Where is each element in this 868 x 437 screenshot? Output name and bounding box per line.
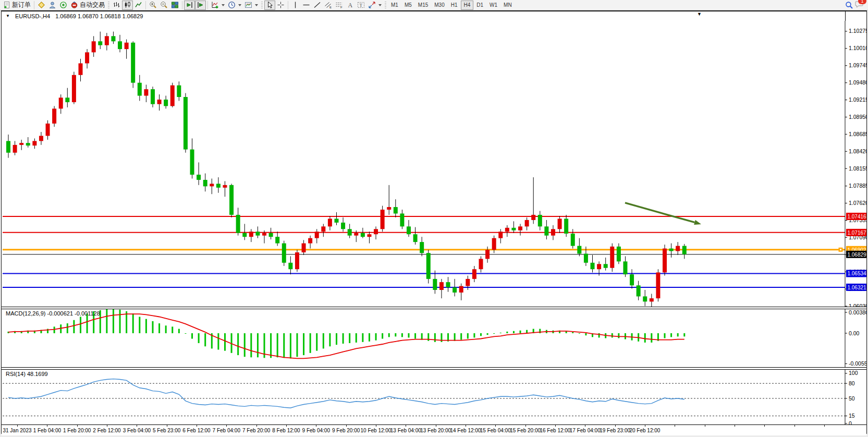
zoom-out-button[interactable] [158, 1, 169, 10]
timeframe-button-M1[interactable]: M1 [388, 1, 401, 10]
time-tick [137, 425, 137, 427]
vertical-line-icon [291, 1, 299, 9]
profile-button[interactable] [47, 1, 58, 10]
new-order-icon [3, 1, 10, 9]
time-label: 13 Feb 04:00 [390, 428, 421, 433]
chart-header: ▼ EURUSD-,H4 1.06869 1.06870 1.06818 1.0… [2, 11, 866, 21]
time-tick [824, 425, 825, 427]
toolbar-separator [288, 1, 288, 9]
chevron-down-icon [238, 4, 241, 6]
new-order-button[interactable]: 新订单 [1, 1, 32, 10]
trendline-button[interactable] [312, 1, 323, 10]
time-label: 15 Feb 04:00 [480, 428, 511, 433]
new-order-label: 新订单 [12, 1, 31, 9]
svg-text:1.09480: 1.09480 [849, 79, 866, 86]
time-tick [316, 425, 316, 427]
chart-shift-marker-icon[interactable]: ▼ [697, 12, 702, 17]
toolbar-drag-handle[interactable] [108, 2, 109, 9]
rsi-canvas: 1008050150 [2, 370, 866, 424]
time-axis[interactable]: 31 Jan 20231 Feb 04:001 Feb 20:002 Feb 1… [2, 424, 866, 435]
svg-text:1.08420: 1.08420 [849, 148, 866, 154]
time-tick [47, 425, 47, 427]
chevron-down-icon [222, 4, 225, 6]
svg-text:1.08155: 1.08155 [849, 165, 866, 172]
time-tick [525, 425, 526, 427]
indicators-button[interactable] [210, 1, 226, 10]
time-tick [107, 425, 107, 427]
time-tick [286, 425, 287, 427]
trend-arrow-annotation[interactable] [625, 203, 701, 225]
zoom-in-button[interactable] [148, 1, 158, 10]
text-label-button[interactable]: T [356, 1, 366, 10]
text-button[interactable]: A [345, 1, 356, 10]
tile-windows-icon [171, 1, 179, 9]
collapse-caret-icon[interactable]: ▼ [6, 14, 10, 18]
cursor-button[interactable] [264, 1, 275, 10]
metaeditor-button[interactable] [36, 1, 47, 10]
text-label-icon: T [357, 1, 365, 9]
svg-text:1.07620: 1.07620 [849, 200, 866, 206]
svg-text:1.09215: 1.09215 [849, 96, 866, 103]
svg-text:0: 0 [849, 420, 852, 424]
time-tick [167, 425, 167, 427]
chart-shift-icon [197, 1, 204, 9]
cursor-icon [266, 1, 274, 9]
timeframe-button-MN[interactable]: MN [500, 1, 515, 10]
timeframe-button-W1[interactable]: W1 [486, 1, 500, 10]
time-tick [794, 425, 795, 427]
time-label: 16 Feb 12:00 [540, 428, 570, 433]
svg-text:1.06030: 1.06030 [849, 303, 866, 307]
time-tick [346, 425, 347, 427]
time-tick [735, 425, 735, 427]
time-label: 7 Feb 20:00 [242, 428, 270, 433]
time-tick [466, 425, 466, 427]
search-button[interactable] [843, 1, 855, 10]
arrows-button[interactable] [366, 1, 383, 10]
time-label: 3 Feb 04:00 [123, 428, 151, 433]
crosshair-button[interactable] [275, 1, 286, 10]
fibonacci-button[interactable]: F [334, 1, 345, 10]
svg-text:F: F [340, 6, 343, 9]
svg-text:1.10275: 1.10275 [849, 28, 866, 34]
autotrade-button[interactable]: 自动交易 [69, 1, 106, 10]
toolbar-drag-handle[interactable] [261, 2, 263, 9]
svg-text:1.06321: 1.06321 [847, 285, 866, 290]
toolbar-drag-handle[interactable] [385, 2, 386, 9]
line-chart-button[interactable] [133, 1, 144, 10]
candlestick-chart-icon [124, 1, 131, 9]
rsi-level-lines [3, 383, 845, 416]
timeframe-button-M5[interactable]: M5 [401, 1, 415, 10]
equidistant-channel-button[interactable]: E [323, 1, 334, 10]
chart-shift-button[interactable] [195, 1, 206, 10]
price-chart-panel[interactable]: 1.102751.100101.097451.094801.092151.089… [2, 21, 866, 307]
macd-panel[interactable]: MACD(12,26,9) -0.000621 -0.001128 0.0038… [2, 309, 866, 367]
chevron-down-icon [255, 4, 258, 6]
tile-windows-button[interactable] [169, 1, 180, 10]
horizontal-line-button[interactable] [301, 1, 312, 10]
mt4-window: 新订单 自动交易 [0, 0, 868, 437]
period-button[interactable] [226, 1, 243, 10]
timeframe-button-H1[interactable]: H1 [448, 1, 461, 10]
time-tick [705, 425, 705, 427]
candlestick-chart-button[interactable] [122, 1, 133, 10]
time-tick [436, 425, 436, 427]
timeframe-button-M30[interactable]: M30 [431, 1, 447, 10]
price-axis-line [845, 11, 846, 21]
template-button[interactable] [243, 1, 260, 10]
timeframe-button-H4[interactable]: H4 [461, 1, 474, 10]
vertical-line-button[interactable] [290, 1, 301, 10]
template-icon [244, 1, 252, 9]
crosshair-icon [277, 1, 285, 9]
chat-button[interactable]: 1 [855, 0, 864, 10]
time-tick [495, 425, 496, 427]
autoscroll-button[interactable] [184, 1, 195, 10]
bar-chart-button[interactable] [111, 1, 122, 10]
timeframe-button-D1[interactable]: D1 [473, 1, 486, 10]
svg-text:1.06829: 1.06829 [847, 252, 866, 258]
timeframe-button-M15[interactable]: M15 [415, 1, 431, 10]
signal-button[interactable] [58, 1, 69, 10]
svg-text:50: 50 [849, 395, 855, 402]
svg-text:T: T [360, 3, 363, 8]
svg-text:1.07167: 1.07167 [847, 230, 866, 236]
rsi-panel[interactable]: RSI(14) 48.1699 1008050150 [2, 370, 866, 424]
